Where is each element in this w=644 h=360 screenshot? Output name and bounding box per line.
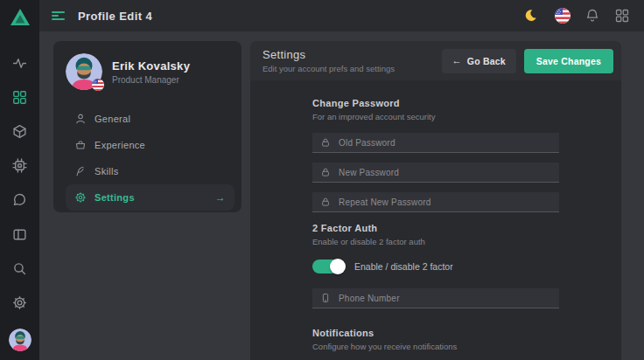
profile-avatar xyxy=(66,53,102,90)
profile-card: Erik Kovalsky Product Manager General Ex… xyxy=(53,41,242,212)
nav-item-label: General xyxy=(94,114,130,124)
workspace: Erik Kovalsky Product Manager General Ex… xyxy=(39,31,644,360)
settings-gear-icon[interactable] xyxy=(12,295,27,310)
phone-number-field[interactable] xyxy=(312,288,559,308)
profile-nav: General Experience Skills Settings → xyxy=(66,106,234,211)
two-factor-title: 2 Factor Auth xyxy=(312,223,559,233)
notifications-title: Notifications xyxy=(312,328,559,338)
avatar-country-flag-icon xyxy=(92,79,104,91)
nav-item-settings[interactable]: Settings → xyxy=(66,184,234,211)
two-factor-toggle-label: Enable / disable 2 factor xyxy=(354,261,453,272)
new-password-field[interactable] xyxy=(312,163,559,183)
nav-item-experience[interactable]: Experience xyxy=(66,132,234,158)
settings-body: Change Password For an improved account … xyxy=(250,80,621,360)
repeat-password-input[interactable] xyxy=(339,197,551,207)
briefcase-icon xyxy=(74,139,87,151)
notifications-heading: Notifications Configure how you receive … xyxy=(312,328,559,351)
forward-arrow-icon: → xyxy=(215,192,226,203)
go-back-label: Go Back xyxy=(467,56,506,66)
rail-user-avatar[interactable] xyxy=(9,329,32,351)
profile-head: Erik Kovalsky Product Manager xyxy=(66,53,234,90)
two-factor-subtitle: Enable or disable 2 factor auth xyxy=(312,237,559,246)
user-icon xyxy=(74,113,87,125)
cube-3d-icon[interactable] xyxy=(12,124,27,139)
profile-role: Product Manager xyxy=(112,75,190,85)
lock-icon xyxy=(320,137,331,148)
save-changes-button[interactable]: Save Changes xyxy=(524,49,613,73)
go-back-button[interactable]: ← Go Back xyxy=(442,49,516,73)
nav-item-label: Skills xyxy=(94,166,118,177)
lock-icon xyxy=(320,197,331,207)
language-flag-icon[interactable] xyxy=(555,8,570,24)
notifications-subtitle: Configure how you receive notifications xyxy=(312,342,559,351)
settings-panel: Settings Edit your account prefs and set… xyxy=(250,41,621,360)
two-factor-heading: 2 Factor Auth Enable or disable 2 factor… xyxy=(312,223,559,246)
notifications-bell-icon[interactable] xyxy=(584,8,600,24)
layout-panel-icon[interactable] xyxy=(12,227,27,242)
nav-item-label: Settings xyxy=(94,192,135,203)
two-factor-toggle-row: Enable / disable 2 factor xyxy=(312,260,559,273)
smartphone-icon xyxy=(320,293,331,303)
profile-name: Erik Kovalsky xyxy=(112,59,190,73)
nav-item-label: Experience xyxy=(94,140,145,150)
back-arrow-icon: ← xyxy=(452,56,462,66)
content-column: Profile Edit 4 xyxy=(39,0,644,360)
settings-heading: Settings Edit your account prefs and set… xyxy=(262,48,395,73)
icon-rail xyxy=(0,0,39,360)
settings-subtitle: Edit your account prefs and settings xyxy=(262,64,395,73)
app-root: Profile Edit 4 xyxy=(0,0,644,360)
toggle-knob xyxy=(330,259,346,274)
dashboard-grid-icon[interactable] xyxy=(12,90,27,105)
gear-icon xyxy=(74,191,87,204)
repeat-password-field[interactable] xyxy=(312,192,559,212)
phone-number-input[interactable] xyxy=(339,294,551,303)
topbar-actions xyxy=(525,8,630,24)
cpu-chip-icon[interactable] xyxy=(12,158,27,173)
nav-item-general[interactable]: General xyxy=(66,106,234,132)
settings-title: Settings xyxy=(262,48,395,61)
app-logo-icon[interactable] xyxy=(9,6,32,29)
change-password-heading: Change Password For an improved account … xyxy=(312,98,559,121)
activity-icon[interactable] xyxy=(12,56,27,71)
change-password-subtitle: For an improved account security xyxy=(312,112,559,121)
change-password-title: Change Password xyxy=(312,98,559,108)
profile-identity: Erik Kovalsky Product Manager xyxy=(112,59,190,85)
feather-pen-icon xyxy=(74,165,87,177)
new-password-input[interactable] xyxy=(339,168,551,177)
dark-mode-moon-icon[interactable] xyxy=(525,8,541,24)
old-password-input[interactable] xyxy=(339,138,551,148)
old-password-field[interactable] xyxy=(312,133,559,153)
menu-hamburger-icon[interactable] xyxy=(52,10,66,22)
settings-panel-header: Settings Edit your account prefs and set… xyxy=(250,41,621,80)
two-factor-toggle[interactable] xyxy=(312,260,345,273)
topbar: Profile Edit 4 xyxy=(39,0,644,31)
search-icon[interactable] xyxy=(12,261,27,276)
page-title: Profile Edit 4 xyxy=(78,10,152,23)
nav-item-skills[interactable]: Skills xyxy=(66,158,234,184)
apps-grid-icon[interactable] xyxy=(614,8,630,24)
lock-icon xyxy=(320,167,331,177)
save-changes-label: Save Changes xyxy=(536,56,601,66)
chat-bubble-icon[interactable] xyxy=(12,192,27,207)
